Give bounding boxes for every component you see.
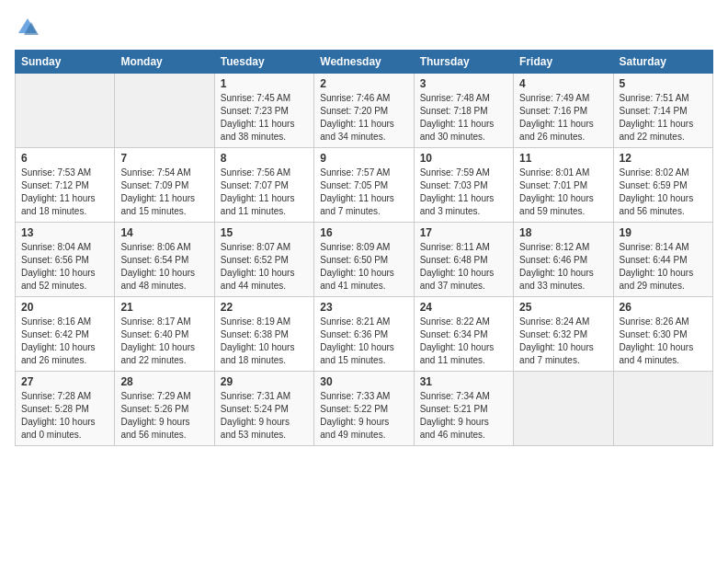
day-cell: 28Sunrise: 7:29 AMSunset: 5:26 PMDayligh… (115, 372, 214, 446)
day-number: 8 (221, 152, 308, 165)
calendar-body: 1Sunrise: 7:45 AMSunset: 7:23 PMDaylight… (16, 74, 713, 446)
day-number: 28 (120, 375, 208, 388)
day-info: Sunrise: 8:12 AMSunset: 6:46 PMDaylight:… (519, 241, 607, 293)
day-info: Sunrise: 8:17 AMSunset: 6:40 PMDaylight:… (120, 316, 208, 367)
day-info: Sunrise: 8:21 AMSunset: 6:36 PMDaylight:… (320, 316, 407, 367)
day-number: 12 (620, 152, 707, 165)
day-info: Sunrise: 8:01 AMSunset: 7:01 PMDaylight:… (519, 167, 607, 218)
day-number: 2 (320, 77, 407, 90)
day-number: 19 (620, 226, 707, 239)
day-info: Sunrise: 7:33 AMSunset: 5:22 PMDaylight:… (320, 390, 407, 442)
day-cell: 2Sunrise: 7:46 AMSunset: 7:20 PMDaylight… (314, 74, 414, 148)
day-number: 11 (519, 152, 607, 165)
day-number: 31 (420, 375, 507, 388)
day-cell: 21Sunrise: 8:17 AMSunset: 6:40 PMDayligh… (115, 297, 214, 372)
day-number: 7 (120, 152, 208, 165)
day-cell: 4Sunrise: 7:49 AMSunset: 7:16 PMDaylight… (514, 74, 613, 148)
day-cell: 16Sunrise: 8:09 AMSunset: 6:50 PMDayligh… (314, 223, 414, 297)
day-cell: 10Sunrise: 7:59 AMSunset: 7:03 PMDayligh… (414, 148, 513, 223)
day-cell: 22Sunrise: 8:19 AMSunset: 6:38 PMDayligh… (214, 297, 313, 372)
day-info: Sunrise: 8:07 AMSunset: 6:52 PMDaylight:… (221, 241, 308, 293)
logo (15, 15, 44, 40)
day-number: 17 (420, 226, 507, 239)
day-number: 25 (519, 301, 607, 314)
header-row: SundayMondayTuesdayWednesdayThursdayFrid… (16, 51, 713, 74)
day-info: Sunrise: 7:56 AMSunset: 7:07 PMDaylight:… (221, 167, 308, 218)
day-info: Sunrise: 7:51 AMSunset: 7:14 PMDaylight:… (620, 92, 707, 144)
week-row-2: 13Sunrise: 8:04 AMSunset: 6:56 PMDayligh… (16, 223, 713, 297)
day-number: 30 (320, 375, 407, 388)
calendar-header: SundayMondayTuesdayWednesdayThursdayFrid… (16, 51, 713, 74)
day-cell: 13Sunrise: 8:04 AMSunset: 6:56 PMDayligh… (16, 223, 115, 297)
day-cell: 27Sunrise: 7:28 AMSunset: 5:28 PMDayligh… (16, 372, 115, 446)
header-cell-tuesday: Tuesday (214, 51, 313, 74)
day-info: Sunrise: 8:04 AMSunset: 6:56 PMDaylight:… (21, 241, 108, 293)
day-number: 26 (620, 301, 707, 314)
day-info: Sunrise: 7:29 AMSunset: 5:26 PMDaylight:… (120, 390, 208, 442)
day-cell: 8Sunrise: 7:56 AMSunset: 7:07 PMDaylight… (214, 148, 313, 223)
day-number: 21 (120, 301, 208, 314)
day-info: Sunrise: 8:16 AMSunset: 6:42 PMDaylight:… (21, 316, 108, 367)
header-cell-friday: Friday (514, 51, 613, 74)
day-cell: 5Sunrise: 7:51 AMSunset: 7:14 PMDaylight… (613, 74, 712, 148)
day-info: Sunrise: 7:59 AMSunset: 7:03 PMDaylight:… (420, 167, 507, 218)
day-number: 6 (21, 152, 108, 165)
header-cell-monday: Monday (115, 51, 214, 74)
day-info: Sunrise: 7:46 AMSunset: 7:20 PMDaylight:… (320, 92, 407, 144)
header-cell-wednesday: Wednesday (314, 51, 414, 74)
day-cell: 12Sunrise: 8:02 AMSunset: 6:59 PMDayligh… (613, 148, 712, 223)
day-info: Sunrise: 8:09 AMSunset: 6:50 PMDaylight:… (320, 241, 407, 293)
header-cell-thursday: Thursday (414, 51, 513, 74)
day-info: Sunrise: 8:11 AMSunset: 6:48 PMDaylight:… (420, 241, 507, 293)
day-cell (16, 74, 115, 148)
day-number: 23 (320, 301, 407, 314)
day-number: 9 (320, 152, 407, 165)
day-cell (115, 74, 214, 148)
day-info: Sunrise: 8:14 AMSunset: 6:44 PMDaylight:… (620, 241, 707, 293)
header-cell-saturday: Saturday (613, 51, 712, 74)
day-number: 24 (420, 301, 507, 314)
day-cell: 14Sunrise: 8:06 AMSunset: 6:54 PMDayligh… (115, 223, 214, 297)
day-number: 29 (221, 375, 308, 388)
day-cell: 11Sunrise: 8:01 AMSunset: 7:01 PMDayligh… (514, 148, 613, 223)
day-number: 27 (21, 375, 108, 388)
day-cell: 9Sunrise: 7:57 AMSunset: 7:05 PMDaylight… (314, 148, 414, 223)
day-cell: 26Sunrise: 8:26 AMSunset: 6:30 PMDayligh… (613, 297, 712, 372)
day-number: 13 (21, 226, 108, 239)
logo-icon (15, 15, 40, 40)
day-info: Sunrise: 7:54 AMSunset: 7:09 PMDaylight:… (120, 167, 208, 218)
day-info: Sunrise: 8:26 AMSunset: 6:30 PMDaylight:… (620, 316, 707, 367)
day-info: Sunrise: 7:28 AMSunset: 5:28 PMDaylight:… (21, 390, 108, 442)
day-cell: 31Sunrise: 7:34 AMSunset: 5:21 PMDayligh… (414, 372, 513, 446)
day-cell: 19Sunrise: 8:14 AMSunset: 6:44 PMDayligh… (613, 223, 712, 297)
day-cell (613, 372, 712, 446)
day-cell: 25Sunrise: 8:24 AMSunset: 6:32 PMDayligh… (514, 297, 613, 372)
day-number: 15 (221, 226, 308, 239)
week-row-0: 1Sunrise: 7:45 AMSunset: 7:23 PMDaylight… (16, 74, 713, 148)
day-number: 20 (21, 301, 108, 314)
day-number: 4 (519, 77, 607, 90)
day-cell: 7Sunrise: 7:54 AMSunset: 7:09 PMDaylight… (115, 148, 214, 223)
day-cell: 24Sunrise: 8:22 AMSunset: 6:34 PMDayligh… (414, 297, 513, 372)
day-number: 18 (519, 226, 607, 239)
day-cell: 18Sunrise: 8:12 AMSunset: 6:46 PMDayligh… (514, 223, 613, 297)
day-info: Sunrise: 7:49 AMSunset: 7:16 PMDaylight:… (519, 92, 607, 144)
day-info: Sunrise: 8:24 AMSunset: 6:32 PMDaylight:… (519, 316, 607, 367)
day-number: 22 (221, 301, 308, 314)
page-header (15, 15, 713, 40)
day-cell: 23Sunrise: 8:21 AMSunset: 6:36 PMDayligh… (314, 297, 414, 372)
day-cell: 29Sunrise: 7:31 AMSunset: 5:24 PMDayligh… (214, 372, 313, 446)
day-cell: 20Sunrise: 8:16 AMSunset: 6:42 PMDayligh… (16, 297, 115, 372)
day-cell (514, 372, 613, 446)
day-info: Sunrise: 8:06 AMSunset: 6:54 PMDaylight:… (120, 241, 208, 293)
day-number: 3 (420, 77, 507, 90)
day-info: Sunrise: 7:48 AMSunset: 7:18 PMDaylight:… (420, 92, 507, 144)
day-cell: 6Sunrise: 7:53 AMSunset: 7:12 PMDaylight… (16, 148, 115, 223)
day-info: Sunrise: 7:45 AMSunset: 7:23 PMDaylight:… (221, 92, 308, 144)
day-cell: 1Sunrise: 7:45 AMSunset: 7:23 PMDaylight… (214, 74, 313, 148)
day-info: Sunrise: 8:22 AMSunset: 6:34 PMDaylight:… (420, 316, 507, 367)
week-row-3: 20Sunrise: 8:16 AMSunset: 6:42 PMDayligh… (16, 297, 713, 372)
day-number: 10 (420, 152, 507, 165)
day-number: 14 (120, 226, 208, 239)
day-cell: 30Sunrise: 7:33 AMSunset: 5:22 PMDayligh… (314, 372, 414, 446)
